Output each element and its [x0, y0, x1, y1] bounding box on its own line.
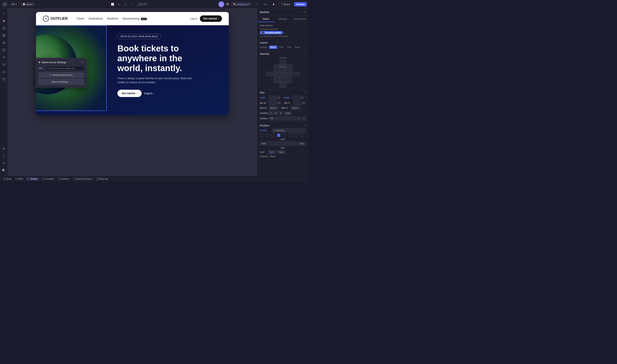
size-collapse-icon[interactable]: ▾	[305, 91, 306, 93]
share-button[interactable]: ↗ Share	[279, 2, 292, 7]
breadcrumb-body[interactable]: Body	[2, 177, 13, 181]
position-coords: Auto Auto Auto	[260, 141, 306, 149]
overflow-scroll-v-icon[interactable]: ⊟	[279, 111, 283, 115]
tab-styles[interactable]: Styles	[257, 16, 274, 22]
sidebar-icon-layers[interactable]	[0, 18, 7, 25]
selector-dropdown-arrow[interactable]: ▾	[283, 31, 284, 34]
svg-point-15	[3, 65, 3, 65]
nav-link-manifesto[interactable]: Manifesto	[107, 17, 118, 20]
spline-url-input[interactable]	[46, 66, 84, 71]
nav-login[interactable]: Log in	[190, 17, 197, 20]
nav-cta-button[interactable]: Get started ›	[200, 15, 222, 22]
sidebar-icon-assets[interactable]	[0, 39, 7, 46]
spacing-expand-icon[interactable]: ↔	[304, 53, 306, 55]
anchor-mr[interactable]	[289, 134, 292, 137]
code-button[interactable]: </>	[261, 2, 269, 6]
anchor-bc[interactable]	[301, 134, 304, 137]
children-dropdown[interactable]: Fill ▾	[269, 117, 300, 120]
preview-button[interactable]: ▶	[271, 2, 277, 6]
height-input[interactable]: 100	[293, 95, 300, 100]
anchor-ml[interactable]	[277, 134, 280, 137]
display-flex[interactable]: Flex	[278, 46, 285, 49]
children-more-button[interactable]: ···	[302, 116, 306, 120]
width-input[interactable]: 100	[269, 95, 277, 100]
padding-left-input[interactable]: 0	[276, 73, 282, 77]
margin-left-input[interactable]: 0	[266, 72, 273, 76]
margin-right-input[interactable]: 0	[293, 72, 300, 76]
device-icons: ⬜ ▭ ▯ 📱	[110, 2, 134, 6]
breadcrumb-sidebar[interactable]: Sidebar	[57, 177, 70, 181]
position-type-dropdown[interactable]: ⊞ Absolute	[272, 129, 306, 132]
display-grid[interactable]: Grid	[286, 46, 293, 49]
sidebar-icon-settings[interactable]: ⚙	[0, 145, 7, 152]
publish-button[interactable]: Publish	[294, 2, 307, 6]
hero-cta-button[interactable]: Get started ›	[117, 90, 142, 97]
sidebar-icon-ecommerce[interactable]	[0, 54, 7, 61]
tab-interactions[interactable]: Interactions	[291, 16, 308, 22]
sidebar-icon-check[interactable]: ✓	[0, 160, 7, 167]
anchor-tl[interactable]	[260, 134, 263, 137]
padding-top-input[interactable]: 0	[280, 68, 286, 72]
sidebar-icon-help[interactable]: ?	[0, 153, 7, 159]
tablet-portrait-icon[interactable]: ▯	[123, 2, 128, 6]
expand-icon[interactable]: ⬡	[304, 11, 306, 14]
sidebar-icon-media[interactable]	[0, 61, 7, 68]
max-w-dropdown[interactable]: None ▾	[269, 106, 279, 110]
breadcrumb-blog-img[interactable]: Blog-Img	[95, 177, 110, 181]
breadcrumb-container[interactable]: Container	[40, 177, 56, 181]
display-none[interactable]: None	[293, 46, 301, 49]
breadcrumb-main[interactable]: Main	[14, 177, 25, 181]
selector-badge[interactable]: ⬛ 3d-spline-globe	[260, 31, 282, 34]
coord-input-top[interactable]	[269, 141, 297, 146]
hero-buttons: Get started › Log in ›	[117, 90, 220, 97]
page-selector[interactable]: 🏠 Home	[20, 2, 35, 6]
overflow-visible-icon[interactable]: ⊞	[274, 111, 278, 115]
left-sidebar: + ⚙ ? ✓ 🔍	[0, 9, 8, 176]
breadcrumb-section[interactable]: Section	[26, 177, 39, 181]
hero-login-link[interactable]: Log in ›	[144, 92, 154, 95]
position-collapse-icon[interactable]: ▾	[305, 124, 306, 127]
spline-close-button[interactable]: ✕	[81, 61, 84, 64]
nav-link-tickets[interactable]: Tickets	[76, 17, 84, 20]
breadcrumb-blog-img-aspect[interactable]: Blog-Img-Aspect	[72, 177, 94, 181]
anchor-tc[interactable]	[266, 134, 269, 137]
anchor-bl[interactable]	[295, 134, 298, 137]
nav-link-spacetraveling[interactable]: Spacetraveling NEW	[122, 17, 147, 20]
desktop-icon[interactable]: ⬜	[110, 2, 115, 6]
layout-section: Layout Display Block Flex Grid None	[257, 39, 308, 51]
sidebar-icon-pages[interactable]	[0, 25, 7, 32]
mode-selector[interactable]: ✏️ Designing ▾	[231, 2, 252, 6]
more-options-button[interactable]: ···	[37, 2, 41, 6]
tablet-landscape-icon[interactable]: ▭	[116, 2, 121, 6]
padding-bottom-input[interactable]: 0	[280, 78, 286, 82]
language-selector[interactable]: EN ▾	[9, 2, 19, 6]
sidebar-icon-components[interactable]	[0, 32, 7, 39]
min-w-input[interactable]: 0	[269, 101, 277, 105]
tab-settings[interactable]: Settings	[274, 16, 292, 22]
sidebar-icon-integrations[interactable]	[0, 76, 7, 83]
margin-top-input[interactable]: 0	[280, 60, 286, 64]
min-h-input[interactable]: 0	[293, 101, 301, 105]
selector-name: 3d-spline-globe	[265, 31, 281, 34]
more-options-icon[interactable]: ···	[301, 11, 303, 14]
sidebar-icon-search[interactable]: 🔍	[0, 167, 7, 174]
margin-bottom-input[interactable]: 0	[280, 83, 286, 88]
checkmark-button[interactable]: ✓	[254, 2, 260, 6]
spline-show-all-settings-button[interactable]: Show All Settings →	[38, 79, 84, 85]
overflow-hidden-icon[interactable]: ⊡	[269, 111, 273, 115]
sidebar-icon-cms[interactable]	[0, 47, 7, 53]
anchor-mc[interactable]	[283, 134, 286, 137]
padding-right-input[interactable]: 0	[283, 73, 290, 77]
breadcrumb-box-icon	[27, 178, 29, 180]
mobile-icon[interactable]: 📱	[129, 2, 134, 6]
anchor-tr[interactable]	[271, 134, 274, 137]
avatar[interactable]: A	[218, 1, 224, 7]
itself-value[interactable]: Itself	[268, 150, 276, 154]
display-block[interactable]: Block	[269, 46, 277, 49]
sidebar-icon-users[interactable]	[0, 68, 7, 75]
sidebar-icon-add[interactable]: +	[0, 10, 7, 17]
nav-link-destinations[interactable]: Destinations	[89, 17, 103, 20]
max-h-dropdown[interactable]: None ▾	[291, 106, 300, 110]
logo-icon[interactable]	[2, 1, 8, 7]
spline-reload-button[interactable]: ↻ Reload Spline Scene	[38, 72, 84, 78]
